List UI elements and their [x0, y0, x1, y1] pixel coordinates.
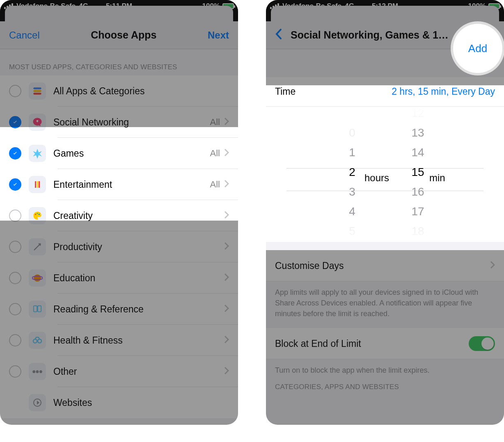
mins-unit: min [429, 172, 445, 184]
row-label: Education [53, 273, 224, 284]
svg-rect-5 [39, 181, 40, 188]
chevron-right-icon [224, 148, 229, 158]
productivity-icon [29, 238, 46, 255]
row-detail: All [210, 117, 220, 128]
time-label: Time [275, 86, 296, 97]
chevron-right-icon [224, 304, 229, 314]
health-icon [29, 332, 46, 349]
row-label: Health & Fitness [53, 335, 224, 346]
education-icon [29, 269, 46, 287]
section-header: CATEGORIES, APPS AND WEBSITES [266, 377, 504, 395]
row-label: Block at End of Limit [275, 338, 469, 349]
row-entertainment[interactable]: Entertainment All [0, 169, 238, 200]
svg-point-6 [35, 214, 36, 215]
picker-mins[interactable]: 12 13 14 15 16 17 18 min [385, 107, 451, 242]
checkbox-checked[interactable] [9, 116, 21, 128]
reading-icon [29, 301, 46, 318]
row-label: Social Networking [53, 117, 210, 128]
svg-point-14 [38, 339, 41, 343]
row-social[interactable]: Social Networking All [0, 107, 238, 138]
row-websites[interactable]: Websites [0, 387, 238, 418]
svg-rect-11 [34, 306, 37, 312]
row-label: Creativity [53, 210, 224, 221]
social-icon [29, 114, 46, 131]
checkbox-unchecked[interactable] [9, 85, 21, 97]
chevron-right-icon [224, 335, 229, 345]
svg-rect-0 [33, 87, 41, 89]
checkbox-checked[interactable] [9, 147, 21, 159]
row-label: Entertainment [53, 179, 210, 190]
row-detail: All [210, 179, 220, 190]
entertainment-icon [29, 176, 46, 193]
games-icon [29, 145, 46, 162]
creativity-icon [29, 207, 46, 224]
footer-text: Turn on to block the app when the limit … [266, 359, 504, 377]
row-label: Reading & Reference [53, 304, 224, 315]
chevron-right-icon [224, 273, 229, 283]
screenshot-choose-apps: Vodafone-Be Safe 4G 5:11 PM 100% Cancel … [0, 0, 238, 425]
next-button[interactable]: Next [208, 30, 229, 41]
row-games[interactable]: Games All [0, 138, 238, 169]
svg-rect-1 [33, 90, 41, 92]
footer-text: App limits will apply to all your device… [266, 281, 504, 328]
screenshot-time-limit: Vodafone-Be Safe 4G 5:12 PM 100% Social … [266, 0, 504, 425]
time-value: 2 hrs, 15 min, Every Day [392, 86, 495, 97]
row-creativity[interactable]: Creativity [0, 200, 238, 231]
row-customise-days[interactable]: Customise Days [266, 250, 504, 281]
chevron-right-icon [224, 367, 229, 376]
row-other[interactable]: ••• Other [0, 356, 238, 387]
time-row[interactable]: Time 2 hrs, 15 min, Every Day [266, 77, 504, 107]
checkbox-unchecked[interactable] [9, 210, 21, 222]
row-label: Websites [53, 397, 229, 408]
row-detail: All [210, 148, 220, 159]
checkbox-unchecked[interactable] [9, 303, 21, 315]
other-icon: ••• [29, 363, 46, 380]
row-label: Other [53, 366, 224, 377]
chevron-right-icon [224, 117, 229, 127]
chevron-right-icon [490, 261, 495, 271]
chevron-right-icon [224, 242, 229, 252]
time-picker[interactable]: 0 1 2 3 4 5 hours 12 13 14 15 16 17 18 m… [266, 107, 504, 242]
chevron-right-icon [224, 180, 229, 189]
row-label: Productivity [53, 242, 224, 253]
svg-point-13 [33, 339, 37, 343]
checkbox-unchecked[interactable] [9, 272, 21, 284]
websites-icon [29, 394, 46, 411]
block-toggle[interactable] [469, 336, 495, 351]
row-reading[interactable]: Reading & Reference [0, 294, 238, 325]
nav-title: Choose Apps [40, 29, 208, 41]
svg-rect-12 [38, 306, 41, 312]
row-label: All Apps & Categories [53, 86, 229, 97]
svg-rect-4 [37, 181, 38, 188]
svg-point-7 [37, 213, 38, 214]
add-button[interactable]: Add [453, 24, 502, 73]
checkbox-unchecked[interactable] [9, 334, 21, 346]
picker-hours[interactable]: 0 1 2 3 4 5 hours [319, 107, 385, 242]
chevron-right-icon [224, 211, 229, 221]
back-button[interactable] [275, 28, 282, 42]
svg-point-8 [39, 214, 40, 215]
svg-rect-2 [33, 93, 41, 94]
svg-point-9 [34, 274, 41, 281]
nav-title: Social Networking, Games & 1… [287, 29, 476, 41]
row-education[interactable]: Education [0, 262, 238, 294]
checkbox-unchecked[interactable] [9, 365, 21, 378]
cancel-button[interactable]: Cancel [9, 30, 40, 41]
row-health[interactable]: Health & Fitness [0, 325, 238, 356]
navbar: Cancel Choose Apps Next [0, 21, 238, 49]
row-block-end-limit: Block at End of Limit [266, 328, 504, 359]
row-label: Customise Days [275, 260, 490, 271]
checkbox-checked[interactable] [9, 178, 21, 191]
section-header: MOST USED APPS, CATEGORIES AND WEBSITES [0, 49, 238, 75]
checkbox-unchecked[interactable] [9, 241, 21, 253]
row-productivity[interactable]: Productivity [0, 231, 238, 262]
all-apps-icon [29, 82, 46, 100]
row-all-apps[interactable]: All Apps & Categories [0, 75, 238, 107]
row-label: Games [53, 148, 210, 159]
svg-rect-3 [35, 181, 36, 188]
